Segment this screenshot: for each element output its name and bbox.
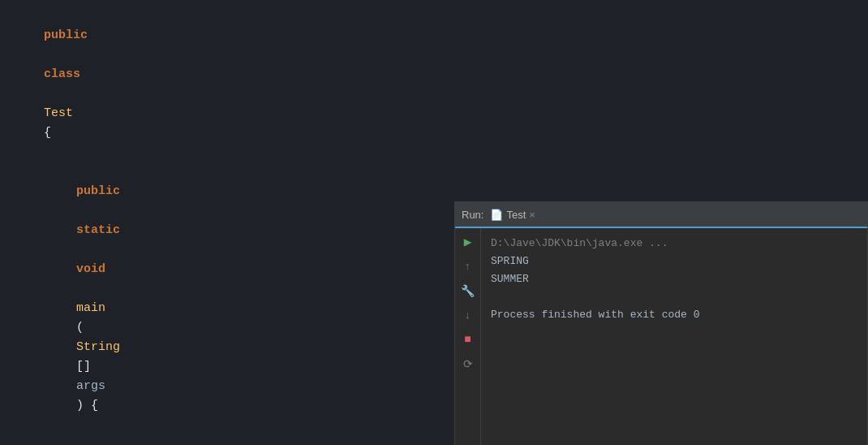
- run-header: Run: 📄 Test ×: [455, 202, 867, 228]
- run-stop-button[interactable]: ■: [459, 331, 477, 348]
- run-up-button[interactable]: ↑: [459, 257, 477, 275]
- output-line-1: D:\Jave\JDK\bin\java.exe ...: [491, 235, 857, 253]
- run-content: D:\Jave\JDK\bin\java.exe ... SPRING SUMM…: [481, 228, 867, 445]
- output-line-3: SUMMER: [491, 270, 857, 288]
- code-editor: public class Test { public static void m…: [0, 0, 868, 445]
- run-body: ▶ ↑ 🔧 ↓ ■ ⟳ D:\Jave\JDK\bin\java.exe ...…: [455, 228, 867, 445]
- run-panel: Run: 📄 Test × ▶ ↑ 🔧 ↓ ■ ⟳ D:\Jave\JDK\bi…: [454, 201, 868, 445]
- code-line-1: public class Test {: [0, 6, 868, 162]
- run-tab[interactable]: 📄 Test ×: [490, 209, 535, 221]
- run-down-button[interactable]: ↓: [459, 306, 477, 324]
- output-line-2: SPRING: [491, 253, 857, 270]
- class-name-test: Test: [44, 106, 73, 120]
- run-wrench-button[interactable]: 🔧: [459, 282, 477, 300]
- run-tab-icon: 📄: [490, 209, 503, 221]
- run-tab-close[interactable]: ×: [529, 209, 535, 221]
- keyword-class: class: [44, 67, 80, 81]
- run-rerun-button[interactable]: ⟳: [459, 355, 477, 373]
- run-sidebar: ▶ ↑ 🔧 ↓ ■ ⟳: [455, 228, 481, 445]
- run-tab-name: Test: [506, 209, 526, 221]
- output-line-5: Process finished with exit code 0: [491, 306, 857, 324]
- run-label: Run:: [462, 209, 483, 221]
- run-play-button[interactable]: ▶: [459, 233, 477, 251]
- output-line-4: [491, 288, 857, 306]
- keyword-public: public: [44, 28, 88, 42]
